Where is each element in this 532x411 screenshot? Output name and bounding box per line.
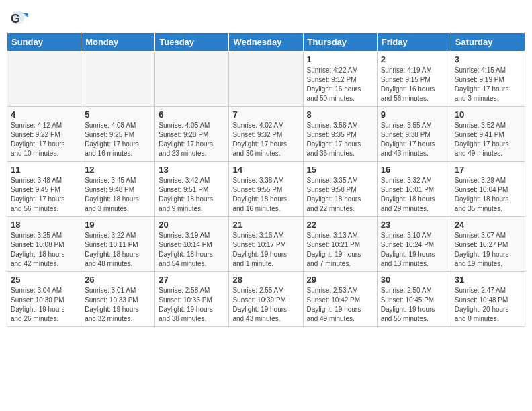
calendar-cell: 27Sunrise: 2:58 AM Sunset: 10:36 PM Dayl… (155, 272, 229, 327)
day-info: Sunrise: 3:55 AM Sunset: 9:38 PM Dayligh… (381, 121, 447, 158)
day-number: 21 (232, 220, 299, 230)
day-number: 14 (232, 165, 299, 175)
day-number: 31 (455, 275, 521, 285)
day-number: 10 (455, 109, 521, 120)
calendar-cell: 3Sunrise: 4:15 AM Sunset: 9:19 PM Daylig… (451, 52, 525, 107)
day-info: Sunrise: 3:13 AM Sunset: 10:21 PM Daylig… (307, 231, 373, 269)
weekday-header-friday: Friday (377, 33, 451, 52)
calendar-cell: 25Sunrise: 3:04 AM Sunset: 10:30 PM Dayl… (7, 272, 81, 327)
day-number: 19 (85, 220, 151, 230)
day-info: Sunrise: 2:55 AM Sunset: 10:39 PM Daylig… (232, 286, 299, 324)
calendar-week-4: 18Sunrise: 3:25 AM Sunset: 10:08 PM Dayl… (7, 217, 525, 272)
calendar-cell: 24Sunrise: 3:07 AM Sunset: 10:27 PM Dayl… (451, 217, 525, 272)
calendar-cell (155, 52, 229, 107)
calendar-cell: 5Sunrise: 4:08 AM Sunset: 9:25 PM Daylig… (81, 107, 155, 162)
weekday-header-tuesday: Tuesday (155, 33, 229, 52)
calendar-week-3: 11Sunrise: 3:48 AM Sunset: 9:45 PM Dayli… (7, 162, 525, 217)
day-info: Sunrise: 3:45 AM Sunset: 9:48 PM Dayligh… (85, 176, 151, 214)
calendar-cell: 19Sunrise: 3:22 AM Sunset: 10:11 PM Dayl… (81, 217, 155, 272)
calendar-cell: 4Sunrise: 4:12 AM Sunset: 9:22 PM Daylig… (7, 107, 81, 162)
day-number: 8 (307, 109, 373, 120)
calendar-cell: 30Sunrise: 2:50 AM Sunset: 10:45 PM Dayl… (377, 272, 451, 327)
calendar-cell: 26Sunrise: 3:01 AM Sunset: 10:33 PM Dayl… (81, 272, 155, 327)
day-number: 15 (307, 165, 373, 175)
calendar-cell: 31Sunrise: 2:47 AM Sunset: 10:48 PM Dayl… (451, 272, 525, 327)
calendar-cell: 21Sunrise: 3:16 AM Sunset: 10:17 PM Dayl… (229, 217, 303, 272)
calendar-cell: 23Sunrise: 3:10 AM Sunset: 10:24 PM Dayl… (377, 217, 451, 272)
calendar-cell: 28Sunrise: 2:55 AM Sunset: 10:39 PM Dayl… (229, 272, 303, 327)
day-info: Sunrise: 3:29 AM Sunset: 10:04 PM Daylig… (455, 176, 521, 214)
calendar-cell (81, 52, 155, 107)
calendar-cell (229, 52, 303, 107)
day-number: 28 (232, 275, 299, 285)
calendar-cell (7, 52, 81, 107)
day-info: Sunrise: 3:01 AM Sunset: 10:33 PM Daylig… (85, 286, 151, 324)
calendar-cell: 6Sunrise: 4:05 AM Sunset: 9:28 PM Daylig… (155, 107, 229, 162)
day-number: 22 (307, 220, 373, 230)
day-number: 4 (11, 109, 77, 120)
calendar-cell: 17Sunrise: 3:29 AM Sunset: 10:04 PM Dayl… (451, 162, 525, 217)
day-info: Sunrise: 3:58 AM Sunset: 9:35 PM Dayligh… (307, 121, 373, 158)
logo-icon: G (9, 9, 28, 28)
day-number: 6 (159, 109, 225, 120)
day-info: Sunrise: 3:22 AM Sunset: 10:11 PM Daylig… (85, 231, 151, 269)
calendar-cell: 9Sunrise: 3:55 AM Sunset: 9:38 PM Daylig… (377, 107, 451, 162)
calendar-week-2: 4Sunrise: 4:12 AM Sunset: 9:22 PM Daylig… (7, 107, 525, 162)
header: G (7, 7, 525, 28)
day-info: Sunrise: 4:02 AM Sunset: 9:32 PM Dayligh… (232, 121, 299, 158)
day-number: 7 (232, 109, 299, 120)
day-info: Sunrise: 4:22 AM Sunset: 9:12 PM Dayligh… (307, 66, 373, 103)
calendar-cell: 20Sunrise: 3:19 AM Sunset: 10:14 PM Dayl… (155, 217, 229, 272)
day-number: 24 (455, 220, 521, 230)
day-number: 18 (11, 220, 77, 230)
day-info: Sunrise: 3:25 AM Sunset: 10:08 PM Daylig… (11, 231, 77, 269)
calendar-cell: 10Sunrise: 3:52 AM Sunset: 9:41 PM Dayli… (451, 107, 525, 162)
day-info: Sunrise: 3:32 AM Sunset: 10:01 PM Daylig… (381, 176, 447, 214)
day-number: 26 (85, 275, 151, 285)
day-info: Sunrise: 2:50 AM Sunset: 10:45 PM Daylig… (381, 286, 447, 324)
calendar-body: 1Sunrise: 4:22 AM Sunset: 9:12 PM Daylig… (7, 52, 525, 327)
calendar-cell: 8Sunrise: 3:58 AM Sunset: 9:35 PM Daylig… (303, 107, 377, 162)
day-number: 20 (159, 220, 225, 230)
day-info: Sunrise: 3:07 AM Sunset: 10:27 PM Daylig… (455, 231, 521, 269)
day-info: Sunrise: 3:42 AM Sunset: 9:51 PM Dayligh… (159, 176, 225, 214)
day-number: 12 (85, 165, 151, 175)
calendar-week-1: 1Sunrise: 4:22 AM Sunset: 9:12 PM Daylig… (7, 52, 525, 107)
calendar-cell: 1Sunrise: 4:22 AM Sunset: 9:12 PM Daylig… (303, 52, 377, 107)
day-info: Sunrise: 4:15 AM Sunset: 9:19 PM Dayligh… (455, 66, 521, 103)
weekday-header-thursday: Thursday (303, 33, 377, 52)
day-info: Sunrise: 3:48 AM Sunset: 9:45 PM Dayligh… (11, 176, 77, 214)
calendar-cell: 16Sunrise: 3:32 AM Sunset: 10:01 PM Dayl… (377, 162, 451, 217)
day-number: 13 (159, 165, 225, 175)
day-number: 11 (11, 165, 77, 175)
calendar-cell: 29Sunrise: 2:53 AM Sunset: 10:42 PM Dayl… (303, 272, 377, 327)
weekday-header-saturday: Saturday (451, 33, 525, 52)
calendar-cell: 22Sunrise: 3:13 AM Sunset: 10:21 PM Dayl… (303, 217, 377, 272)
day-number: 23 (381, 220, 447, 230)
day-number: 25 (11, 275, 77, 285)
logo: G (9, 9, 30, 28)
day-info: Sunrise: 2:53 AM Sunset: 10:42 PM Daylig… (307, 286, 373, 324)
day-info: Sunrise: 3:19 AM Sunset: 10:14 PM Daylig… (159, 231, 225, 269)
day-info: Sunrise: 4:19 AM Sunset: 9:15 PM Dayligh… (381, 66, 447, 103)
day-number: 1 (307, 54, 373, 64)
calendar-cell: 2Sunrise: 4:19 AM Sunset: 9:15 PM Daylig… (377, 52, 451, 107)
day-number: 2 (381, 54, 447, 64)
calendar-table: SundayMondayTuesdayWednesdayThursdayFrid… (7, 32, 525, 327)
calendar-header-row: SundayMondayTuesdayWednesdayThursdayFrid… (7, 33, 525, 52)
day-info: Sunrise: 3:35 AM Sunset: 9:58 PM Dayligh… (307, 176, 373, 214)
day-info: Sunrise: 2:47 AM Sunset: 10:48 PM Daylig… (455, 286, 521, 324)
calendar-cell: 11Sunrise: 3:48 AM Sunset: 9:45 PM Dayli… (7, 162, 81, 217)
calendar-cell: 15Sunrise: 3:35 AM Sunset: 9:58 PM Dayli… (303, 162, 377, 217)
day-info: Sunrise: 3:04 AM Sunset: 10:30 PM Daylig… (11, 286, 77, 324)
day-info: Sunrise: 4:05 AM Sunset: 9:28 PM Dayligh… (159, 121, 225, 158)
day-info: Sunrise: 2:58 AM Sunset: 10:36 PM Daylig… (159, 286, 225, 324)
day-number: 29 (307, 275, 373, 285)
calendar-week-5: 25Sunrise: 3:04 AM Sunset: 10:30 PM Dayl… (7, 272, 525, 327)
calendar-cell: 18Sunrise: 3:25 AM Sunset: 10:08 PM Dayl… (7, 217, 81, 272)
day-number: 30 (381, 275, 447, 285)
day-number: 17 (455, 165, 521, 175)
day-info: Sunrise: 3:38 AM Sunset: 9:55 PM Dayligh… (232, 176, 299, 214)
day-number: 27 (159, 275, 225, 285)
day-info: Sunrise: 4:08 AM Sunset: 9:25 PM Dayligh… (85, 121, 151, 158)
